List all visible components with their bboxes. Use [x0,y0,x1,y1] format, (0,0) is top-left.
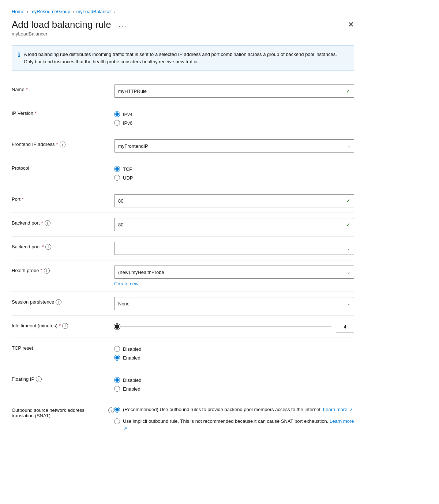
frontend-ip-select[interactable]: myFrontendIP [114,139,354,153]
health-probe-select-wrapper: (new) myHealthProbe ⌄ [114,266,354,279]
page-title: Add load balancing rule [12,19,111,30]
idle-timeout-control: 4 [114,317,354,336]
port-label: Port * [12,191,114,211]
backend-pool-info-icon[interactable]: i [45,244,51,250]
tcp-reset-disabled-option[interactable]: Disabled [114,346,354,352]
floating-ip-enabled-option[interactable]: Enabled [114,386,354,392]
ip-version-radio-group: IPv4 IPv6 [114,108,354,129]
frontend-ip-control: myFrontendIP ⌄ [114,136,354,156]
frontend-ip-info-icon[interactable]: i [60,142,65,147]
frontend-ip-select-wrapper: myFrontendIP ⌄ [114,139,354,153]
backend-pool-select-wrapper: ⌄ [114,242,354,255]
backend-port-label: Backend port * i [12,214,114,235]
idle-timeout-label: Idle timeout (minutes) * i [12,317,114,336]
session-persistence-info-icon[interactable]: i [56,299,61,305]
backend-pool-select[interactable] [114,242,354,255]
outbound-snat-control: (Recommended) Use outbound rules to prov… [114,402,354,436]
backend-port-valid-icon: ✓ [346,222,350,227]
tcp-radio[interactable] [114,166,120,172]
outbound-snat-label: Outbound source network address translat… [12,402,114,436]
tcp-reset-enabled-option[interactable]: Enabled [114,355,354,361]
ip-version-label: IP Version * [12,105,114,132]
protocol-radio-group: TCP UDP [114,163,354,184]
port-valid-icon: ✓ [346,198,350,204]
tcp-reset-label: TCP reset [12,339,114,367]
health-probe-control: (new) myHealthProbe ⌄ Create new [114,262,354,290]
floating-ip-disabled-option[interactable]: Disabled [114,377,354,383]
backend-pool-control: ⌄ [114,238,354,259]
protocol-control: TCP UDP [114,159,354,187]
outbound-recommended-option: (Recommended) Use outbound rules to prov… [114,406,354,413]
idle-timeout-slider[interactable] [114,326,331,327]
outbound-snat-options: (Recommended) Use outbound rules to prov… [114,406,354,432]
ipv6-option[interactable]: IPv6 [114,120,354,126]
name-valid-icon: ✓ [346,88,350,94]
outbound-recommended-radio[interactable] [114,407,120,413]
session-persistence-select[interactable]: None Client IP Client IP and protocol [114,297,354,310]
outbound-implicit-option: Use implicit outbound rule. This is not … [114,418,354,432]
session-persistence-label: Session persistence i [12,293,114,314]
frontend-ip-label: Frontend IP address * i [12,136,114,156]
floating-ip-enabled-radio[interactable] [114,386,120,392]
form: Name * ✓ IP Version * IPv4 IPv6 [12,81,354,436]
session-persistence-control: None Client IP Client IP and protocol ⌄ [114,293,354,314]
udp-radio[interactable] [114,175,120,181]
info-banner: ℹ A load balancing rule distributes inco… [12,45,354,71]
ipv4-option[interactable]: IPv4 [114,111,354,117]
ipv4-radio[interactable] [114,111,120,117]
floating-ip-info-icon[interactable]: i [36,376,42,382]
tcp-reset-disabled-radio[interactable] [114,346,120,352]
info-icon: ℹ [18,51,20,58]
port-control: ✓ [114,191,354,211]
name-control: ✓ [114,81,354,101]
outbound-recommended-learn-more-link[interactable]: Learn more ↗ [323,407,353,412]
backend-port-input-wrapper: ✓ [114,218,354,231]
udp-option[interactable]: UDP [114,175,354,181]
breadcrumb-resource-group[interactable]: myResourceGroup [30,9,70,14]
floating-ip-control: Disabled Enabled [114,371,354,398]
idle-timeout-value: 4 [336,321,354,332]
external-link-icon: ↗ [349,407,353,412]
external-link-icon-2: ↗ [124,426,127,430]
breadcrumb-home[interactable]: Home [12,9,25,14]
health-probe-label: Health probe * i [12,262,114,290]
info-banner-text: A load balancing rule distributes incomi… [24,51,348,65]
session-persistence-select-wrapper: None Client IP Client IP and protocol ⌄ [114,297,354,310]
idle-timeout-slider-row: 4 [114,321,354,332]
tcp-option[interactable]: TCP [114,166,354,172]
backend-port-control: ✓ [114,214,354,235]
create-new-link[interactable]: Create new [114,281,354,286]
protocol-label: Protocol [12,159,114,187]
port-input-wrapper: ✓ [114,194,354,207]
outbound-implicit-radio[interactable] [114,418,120,424]
tcp-reset-enabled-radio[interactable] [114,355,120,361]
ip-version-control: IPv4 IPv6 [114,105,354,132]
subtitle: myLoadBalancer [12,31,354,37]
breadcrumb-load-balancer[interactable]: myLoadBalancer [76,9,112,14]
ellipsis-button[interactable]: ... [116,19,130,30]
backend-port-info-icon[interactable]: i [45,220,50,226]
health-probe-select[interactable]: (new) myHealthProbe [114,266,354,279]
breadcrumb: Home › myResourceGroup › myLoadBalancer … [12,9,354,14]
floating-ip-label: Floating IP i [12,371,114,398]
name-input[interactable] [114,84,354,98]
name-input-wrapper: ✓ [114,84,354,98]
outbound-snat-info-icon[interactable]: i [108,407,114,413]
backend-port-input[interactable] [114,218,354,231]
name-label: Name * [12,81,114,101]
tcp-reset-radio-group: Disabled Enabled [114,343,354,364]
header: Add load balancing rule ... ✕ [12,19,354,30]
floating-ip-radio-group: Disabled Enabled [114,374,354,395]
idle-timeout-info-icon[interactable]: i [62,323,68,329]
close-button[interactable]: ✕ [345,19,357,30]
backend-pool-label: Backend pool * i [12,238,114,259]
floating-ip-disabled-radio[interactable] [114,377,120,383]
port-input[interactable] [114,194,354,207]
tcp-reset-control: Disabled Enabled [114,339,354,367]
health-probe-info-icon[interactable]: i [44,268,50,274]
ipv6-radio[interactable] [114,120,120,126]
